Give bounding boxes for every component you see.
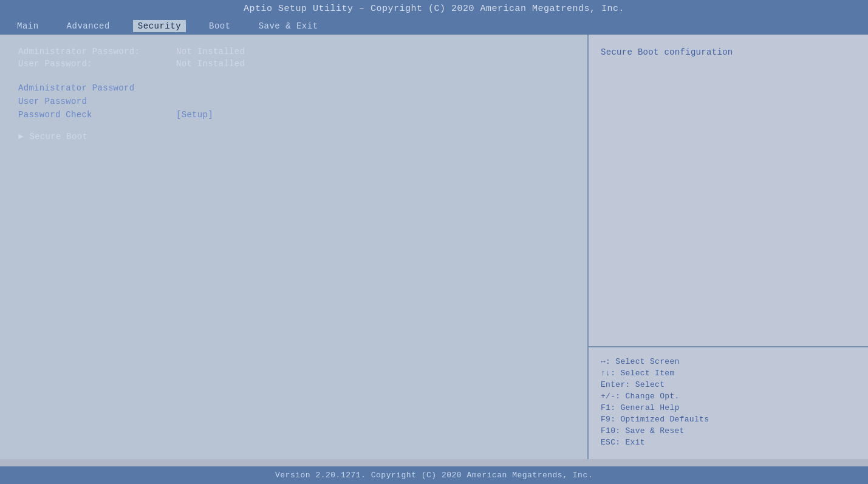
right-panel: Secure Boot configuration ↔: Select Scre…: [589, 35, 868, 459]
help-text-area: Secure Boot configuration: [589, 35, 868, 347]
help-title: Secure Boot configuration: [601, 47, 733, 57]
password-check-label[interactable]: Password Check: [18, 110, 176, 120]
footer-text: Version 2.20.1271. Copyright (C) 2020 Am…: [275, 471, 593, 480]
left-panel: Administrator Password: Not Installed Us…: [0, 35, 589, 459]
user-password-value: Not Installed: [176, 59, 245, 69]
nav-item-main[interactable]: Main: [12, 20, 44, 32]
user-password-button[interactable]: User Password: [18, 97, 569, 106]
arrow-right-icon: ►: [18, 132, 23, 141]
title-bar: Aptio Setup Utility – Copyright (C) 2020…: [0, 0, 868, 18]
nav-item-save-exit[interactable]: Save & Exit: [254, 20, 323, 32]
secure-boot-row[interactable]: ► Secure Boot: [18, 132, 569, 141]
nav-item-boot[interactable]: Boot: [204, 20, 236, 32]
shortcut-line: ESC: Exit: [601, 438, 856, 447]
shortcut-line: F1: General Help: [601, 403, 856, 412]
nav-bar: MainAdvancedSecurityBootSave & Exit: [0, 18, 868, 35]
main-content: Administrator Password: Not Installed Us…: [0, 35, 868, 459]
admin-password-label: Administrator Password:: [18, 47, 176, 56]
shortcuts-area: ↔: Select Screen↑↓: Select ItemEnter: Se…: [589, 347, 868, 459]
user-password-label: User Password:: [18, 59, 176, 69]
footer: Version 2.20.1271. Copyright (C) 2020 Am…: [0, 466, 868, 484]
admin-password-value: Not Installed: [176, 47, 245, 56]
admin-password-row: Administrator Password: Not Installed: [18, 47, 569, 56]
nav-item-advanced[interactable]: Advanced: [62, 20, 115, 32]
shortcut-line: ↔: Select Screen: [601, 357, 856, 366]
user-password-row: User Password: Not Installed: [18, 59, 569, 69]
password-check-value: [Setup]: [176, 110, 213, 120]
password-check-row: Password Check [Setup]: [18, 110, 569, 120]
title-text: Aptio Setup Utility – Copyright (C) 2020…: [244, 4, 624, 14]
secure-boot-label: Secure Boot: [29, 132, 87, 141]
nav-item-security[interactable]: Security: [133, 20, 186, 32]
shortcut-line: +/-: Change Opt.: [601, 392, 856, 401]
admin-password-button[interactable]: Administrator Password: [18, 83, 569, 93]
shortcut-line: ↑↓: Select Item: [601, 369, 856, 378]
spacer-1: [18, 71, 569, 83]
shortcut-line: Enter: Select: [601, 380, 856, 389]
shortcut-line: F10: Save & Reset: [601, 426, 856, 435]
shortcut-line: F9: Optimized Defaults: [601, 415, 856, 424]
